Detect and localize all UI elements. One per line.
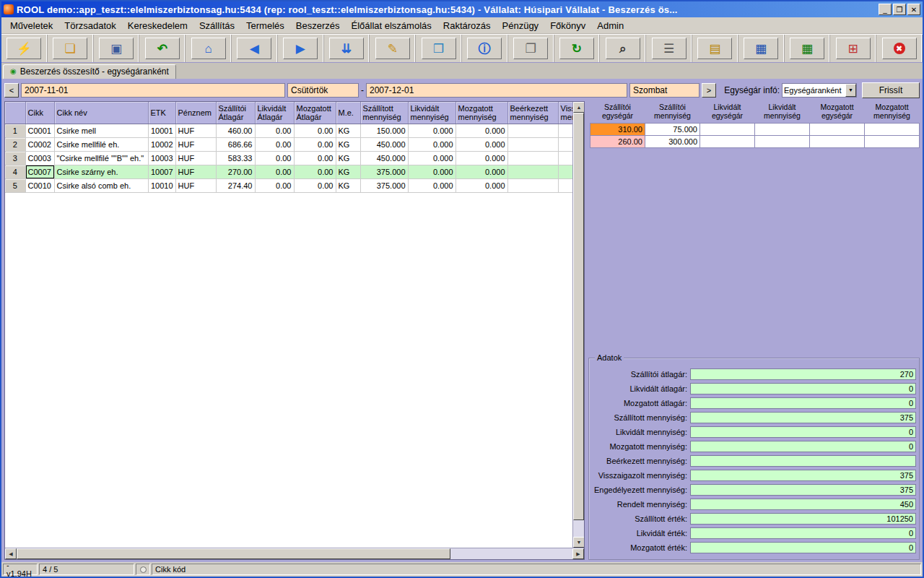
- grid-cell[interactable]: 0.000: [456, 165, 507, 178]
- scroll-right-icon[interactable]: ▶: [572, 548, 584, 559]
- menu-item[interactable]: Beszerzés: [290, 19, 346, 33]
- grid-cell[interactable]: 10007: [148, 165, 175, 178]
- chevron-down-icon[interactable]: ▼: [845, 84, 856, 97]
- grid-cell[interactable]: KG: [336, 151, 360, 165]
- toolbar-button[interactable]: ↶: [145, 38, 180, 59]
- menu-item[interactable]: Élőállat elszámolás: [346, 19, 437, 33]
- grid-cell[interactable]: 0.00: [294, 165, 336, 178]
- column-header[interactable]: Szállítói Átlagár: [216, 102, 255, 124]
- maximize-button[interactable]: ❐: [893, 4, 906, 15]
- column-header[interactable]: Likvidált Átlagár: [255, 102, 294, 124]
- grid-cell[interactable]: 270.00: [216, 165, 255, 178]
- column-header[interactable]: Pénznem: [175, 102, 216, 124]
- unit-cell[interactable]: [755, 124, 810, 136]
- unit-cell[interactable]: [700, 136, 755, 148]
- toolbar-button[interactable]: ⚡: [6, 38, 41, 59]
- unit-cell[interactable]: 260.00: [590, 136, 645, 148]
- close-button[interactable]: ✕: [907, 4, 920, 15]
- column-header[interactable]: Beérkezett mennyiség: [507, 102, 558, 124]
- grid-cell[interactable]: HUF: [175, 165, 216, 178]
- grid-cell[interactable]: [558, 178, 572, 192]
- table-row[interactable]: 4 C0007 Csirke szárny eh. 10007 HUF 270.…: [5, 165, 572, 178]
- unit-cell[interactable]: 75.000: [645, 124, 700, 136]
- menu-item[interactable]: Műveletek: [4, 19, 58, 33]
- menu-item[interactable]: Termelés: [240, 19, 290, 33]
- grid-cell[interactable]: 10001: [148, 124, 175, 137]
- grid-cell[interactable]: 0.00: [255, 178, 294, 192]
- grid-cell[interactable]: 0.000: [456, 137, 507, 151]
- grid-cell[interactable]: 0.00: [255, 137, 294, 151]
- column-header[interactable]: M.e.: [336, 102, 360, 124]
- grid-cell[interactable]: [507, 137, 558, 151]
- toolbar-button[interactable]: ⇊: [329, 38, 364, 59]
- grid-cell[interactable]: HUF: [175, 178, 216, 192]
- grid-cell[interactable]: 0.00: [255, 151, 294, 165]
- grid-cell[interactable]: 0.000: [408, 178, 456, 192]
- grid-cell[interactable]: C0003: [25, 151, 54, 165]
- tab-beszerzes-osszesito[interactable]: ◉ Beszerzés összesítő - egységáranként: [3, 64, 176, 79]
- grid-cell[interactable]: 375.000: [360, 165, 408, 178]
- grid-cell[interactable]: 10010: [148, 178, 175, 192]
- unit-info-select[interactable]: Egységáranként ▼: [782, 83, 857, 98]
- unit-cell[interactable]: [865, 124, 920, 136]
- grid-cell[interactable]: "Csirke mellfilé ""B"" eh.": [54, 151, 148, 165]
- grid-cell[interactable]: 583.33: [216, 151, 255, 165]
- column-header[interactable]: Likvidált mennyiség: [408, 102, 456, 124]
- scroll-up-icon[interactable]: ▲: [573, 102, 584, 113]
- grid-cell[interactable]: [558, 165, 572, 178]
- scroll-down-icon[interactable]: ▼: [573, 537, 584, 548]
- menu-item[interactable]: Admin: [591, 19, 629, 33]
- unit-cell[interactable]: 300.000: [645, 136, 700, 148]
- grid-cell[interactable]: 375.000: [360, 178, 408, 192]
- grid-cell[interactable]: 274.40: [216, 178, 255, 192]
- grid-cell[interactable]: C0007: [25, 165, 54, 178]
- menu-item[interactable]: Törzsadatok: [58, 19, 122, 33]
- grid-cell[interactable]: 0.00: [294, 137, 336, 151]
- menu-item[interactable]: Szállítás: [193, 19, 240, 33]
- grid-cell[interactable]: KG: [336, 124, 360, 137]
- toolbar-button[interactable]: ▣: [99, 38, 134, 59]
- unit-table-row[interactable]: 310.00 75.000: [590, 124, 920, 136]
- grid-cell[interactable]: 0.000: [408, 151, 456, 165]
- toolbar-button[interactable]: ▤: [697, 38, 732, 59]
- column-header[interactable]: ETK: [148, 102, 175, 124]
- grid-cell[interactable]: C0010: [25, 178, 54, 192]
- table-row[interactable]: 5 C0010 Csirke alsó comb eh. 10010 HUF 2…: [5, 178, 572, 192]
- grid-cell[interactable]: [507, 178, 558, 192]
- unit-cell[interactable]: 310.00: [590, 124, 645, 136]
- horizontal-scrollbar[interactable]: ◀ ▶: [5, 548, 584, 559]
- grid-cell[interactable]: [507, 124, 558, 137]
- column-header[interactable]: Cikk: [25, 102, 54, 124]
- column-header[interactable]: Szállított mennyiség: [360, 102, 408, 124]
- table-row[interactable]: 2 C0002 Csirke mellfilé eh. 10002 HUF 68…: [5, 137, 572, 151]
- next-period-button[interactable]: >: [702, 83, 716, 98]
- grid-cell[interactable]: 10003: [148, 151, 175, 165]
- grid-cell[interactable]: 0.000: [456, 178, 507, 192]
- grid-cell[interactable]: HUF: [175, 124, 216, 137]
- grid-cell[interactable]: C0002: [25, 137, 54, 151]
- grid-cell[interactable]: Csirke mell: [54, 124, 148, 137]
- grid-cell[interactable]: 0.000: [456, 124, 507, 137]
- column-header[interactable]: Mozgatott mennyiség: [456, 102, 507, 124]
- column-header[interactable]: Mozgatott Átlagár: [294, 102, 336, 124]
- grid-cell[interactable]: 450.000: [360, 137, 408, 151]
- menu-item[interactable]: Pénzügy: [497, 19, 545, 33]
- grid-cell[interactable]: 0.00: [255, 165, 294, 178]
- grid-cell[interactable]: HUF: [175, 151, 216, 165]
- toolbar-button[interactable]: ↻: [559, 38, 594, 59]
- toolbar-button[interactable]: ⓘ: [467, 38, 502, 59]
- toolbar-button[interactable]: ✎: [375, 38, 410, 59]
- refresh-button[interactable]: Frissít: [862, 82, 920, 98]
- grid-cell[interactable]: KG: [336, 178, 360, 192]
- unit-cell[interactable]: [810, 136, 865, 148]
- date-to-field[interactable]: [366, 83, 627, 98]
- grid-cell[interactable]: 0.00: [294, 124, 336, 137]
- column-header[interactable]: Vissz menny: [558, 102, 572, 124]
- unit-cell[interactable]: [865, 136, 920, 148]
- prev-period-button[interactable]: <: [4, 83, 19, 98]
- grid-cell[interactable]: [507, 165, 558, 178]
- grid-cell[interactable]: 10002: [148, 137, 175, 151]
- toolbar-button[interactable]: ✖: [882, 38, 917, 59]
- grid-cell[interactable]: Csirke mellfilé eh.: [54, 137, 148, 151]
- grid-cell[interactable]: Csirke alsó comb eh.: [54, 178, 148, 192]
